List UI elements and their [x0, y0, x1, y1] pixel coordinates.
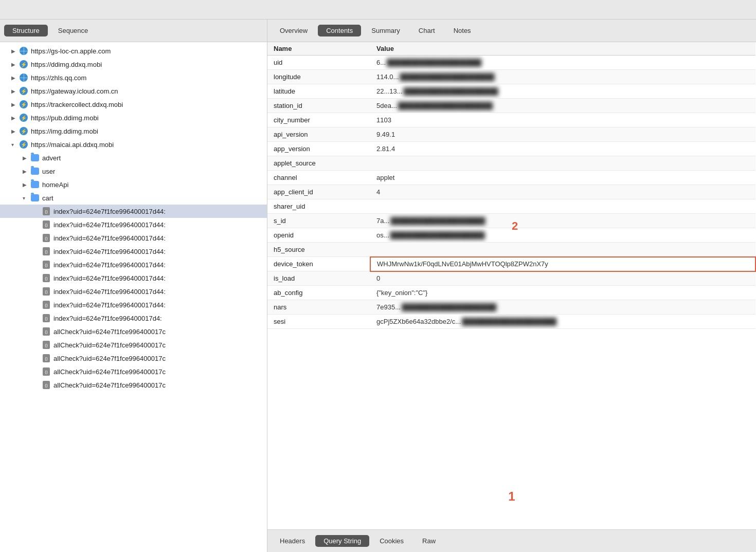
- table-row[interactable]: latitude22...13...████████████████████: [267, 84, 755, 99]
- tree-label: homeApi: [42, 181, 68, 189]
- table-row[interactable]: applet_source: [267, 156, 755, 171]
- tree-icon-globe: [19, 73, 29, 82]
- tree-label: https://pub.ddimg.mobi: [31, 114, 99, 122]
- table-row[interactable]: openidos...████████████████████: [267, 228, 755, 243]
- right-panel-inner: Name Value uid6...████████████████████lo…: [267, 42, 756, 529]
- tree-icon-globe: [19, 46, 29, 56]
- table-row[interactable]: sesigcPj5ZXb6e64a32dbbe2/c...███████████…: [267, 315, 755, 329]
- bottom-tabs: Headers Query String Cookies Raw: [267, 529, 756, 552]
- table-cell-name: sesi: [267, 315, 370, 329]
- tab-notes[interactable]: Notes: [445, 25, 479, 36]
- tree-label: https://maicai.api.ddxq.mobi: [31, 141, 114, 149]
- tree-label: index?uid=624e7f1fce996400017d44:: [53, 274, 166, 282]
- tab-cookies[interactable]: Cookies: [371, 535, 412, 547]
- main-container: Structure Sequence ▶https://gs-loc-cn.ap…: [0, 20, 756, 552]
- table-cell-name: nars: [267, 300, 370, 315]
- table-row[interactable]: uid6...████████████████████: [267, 56, 755, 70]
- tree-label: allCheck?uid=624e7f1fce996400017c: [53, 368, 166, 376]
- tree-item-item8[interactable]: ▾⚡https://maicai.api.ddxq.mobi: [0, 138, 267, 151]
- tree-arrow: ▶: [11, 128, 19, 134]
- table-row[interactable]: is_load0: [267, 271, 755, 286]
- tab-raw[interactable]: Raw: [414, 535, 444, 547]
- tree-item-item6[interactable]: ▶⚡https://pub.ddimg.mobi: [0, 111, 267, 124]
- tree-item-item25[interactable]: {}allCheck?uid=624e7f1fce996400017c: [0, 365, 267, 378]
- tree-item-item11[interactable]: ▶homeApi: [0, 178, 267, 191]
- tree-item-item1[interactable]: ▶https://gs-loc-cn.apple.com: [0, 44, 267, 58]
- table-row[interactable]: app_client_id4: [267, 185, 755, 199]
- tree-icon-bolt: ⚡: [19, 60, 29, 69]
- tree-icon-file: {}: [41, 380, 51, 390]
- tab-structure[interactable]: Structure: [4, 25, 48, 36]
- tree-label: https://gateway.icloud.com.cn: [31, 87, 118, 95]
- tree-item-item14[interactable]: {}index?uid=624e7f1fce996400017d44:: [0, 218, 267, 231]
- tab-contents[interactable]: Contents: [318, 25, 361, 36]
- tree-item-item22[interactable]: {}allCheck?uid=624e7f1fce996400017c: [0, 325, 267, 338]
- table-row[interactable]: api_version9.49.1: [267, 127, 755, 142]
- table-cell-name: is_load: [267, 271, 370, 286]
- table-row[interactable]: city_number1103: [267, 113, 755, 127]
- tree-label: https://zhls.qq.com: [31, 74, 86, 82]
- tree-item-item16[interactable]: {}index?uid=624e7f1fce996400017d44:: [0, 245, 267, 258]
- table-cell-value: 5dea...████████████████████: [370, 99, 755, 113]
- tree-label: index?uid=624e7f1fce996400017d44:: [53, 221, 166, 229]
- tree-label: https://ddimg.ddxq.mobi: [31, 61, 102, 68]
- tree-item-item19[interactable]: {}index?uid=624e7f1fce996400017d44:: [0, 285, 267, 298]
- data-table: Name Value uid6...████████████████████lo…: [267, 42, 756, 529]
- tree-item-item15[interactable]: {}index?uid=624e7f1fce996400017d44:: [0, 231, 267, 245]
- table-row[interactable]: device_tokenWHJMrwNw1k/F0qdLNvE01AbjMwHV…: [267, 257, 755, 271]
- table-row[interactable]: s_id7a...████████████████████: [267, 214, 755, 228]
- tab-query-string[interactable]: Query String: [315, 535, 369, 547]
- tree-item-item13[interactable]: {}index?uid=624e7f1fce996400017d44:: [0, 205, 267, 218]
- tree-item-item26[interactable]: {}allCheck?uid=624e7f1fce996400017c: [0, 378, 267, 392]
- tree-icon-file: {}: [41, 233, 51, 243]
- table-row[interactable]: sharer_uid: [267, 199, 755, 214]
- table-cell-value: [370, 156, 755, 171]
- tree-item-item5[interactable]: ▶⚡https://trackercollect.ddxq.mobi: [0, 98, 267, 111]
- tab-sequence[interactable]: Sequence: [50, 25, 97, 36]
- tab-summary[interactable]: Summary: [363, 25, 408, 36]
- tree-item-item20[interactable]: {}index?uid=624e7f1fce996400017d44:: [0, 298, 267, 311]
- tree-icon-file: {}: [41, 260, 51, 269]
- tree-item-item21[interactable]: {}index?uid=624e7f1fce996400017d4:: [0, 311, 267, 325]
- tree-label: user: [42, 168, 55, 175]
- table-row[interactable]: h5_source: [267, 243, 755, 257]
- tab-chart[interactable]: Chart: [410, 25, 443, 36]
- tree-icon-bolt: ⚡: [19, 100, 29, 109]
- tree-item-item23[interactable]: {}allCheck?uid=624e7f1fce996400017c: [0, 338, 267, 352]
- tree-label: index?uid=624e7f1fce996400017d44:: [53, 288, 166, 296]
- tree-item-item24[interactable]: {}allCheck?uid=624e7f1fce996400017c: [0, 352, 267, 365]
- tab-overview[interactable]: Overview: [272, 25, 316, 36]
- tree-item-item12[interactable]: ▾cart: [0, 191, 267, 205]
- tree-label: https://img.ddimg.mobi: [31, 127, 98, 135]
- table-cell-name: app_client_id: [267, 185, 370, 199]
- tree-item-item18[interactable]: {}index?uid=624e7f1fce996400017d44:: [0, 271, 267, 285]
- table-cell-name: station_id: [267, 99, 370, 113]
- tab-headers[interactable]: Headers: [272, 535, 313, 547]
- tree-item-item7[interactable]: ▶⚡https://img.ddimg.mobi: [0, 124, 267, 138]
- tree-item-item3[interactable]: ▶https://zhls.qq.com: [0, 71, 267, 84]
- tree-item-item2[interactable]: ▶⚡https://ddimg.ddxq.mobi: [0, 58, 267, 71]
- table-cell-name: city_number: [267, 113, 370, 127]
- tree-icon-folder: [30, 153, 40, 162]
- tree-item-item4[interactable]: ▶⚡https://gateway.icloud.com.cn: [0, 84, 267, 98]
- tree-item-item10[interactable]: ▶user: [0, 164, 267, 178]
- table-row[interactable]: channelapplet: [267, 171, 755, 185]
- tree-item-item9[interactable]: ▶advert: [0, 151, 267, 164]
- tree-arrow: ▶: [23, 155, 30, 161]
- table-row[interactable]: ab_config{"key_onion":"C"}: [267, 286, 755, 300]
- tree-icon-file: {}: [41, 273, 51, 283]
- table-cell-name: app_version: [267, 142, 370, 156]
- table-row[interactable]: nars7e935...████████████████████: [267, 300, 755, 315]
- table-row[interactable]: longitude114.0...████████████████████: [267, 70, 755, 84]
- table-row[interactable]: app_version2.81.4: [267, 142, 755, 156]
- table-row[interactable]: station_id5dea...████████████████████: [267, 99, 755, 113]
- tree-label: https://gs-loc-cn.apple.com: [31, 47, 111, 55]
- tree-arrow: ▶: [11, 62, 19, 67]
- table-cell-value: 9.49.1: [370, 127, 755, 142]
- tree-arrow: ▶: [11, 115, 19, 121]
- tree-item-item17[interactable]: {}index?uid=624e7f1fce996400017d44:: [0, 258, 267, 271]
- table-cell-value: os...████████████████████: [370, 228, 755, 243]
- table-cell-value: [370, 243, 755, 257]
- table-cell-name: longitude: [267, 70, 370, 84]
- table-cell-value: applet: [370, 171, 755, 185]
